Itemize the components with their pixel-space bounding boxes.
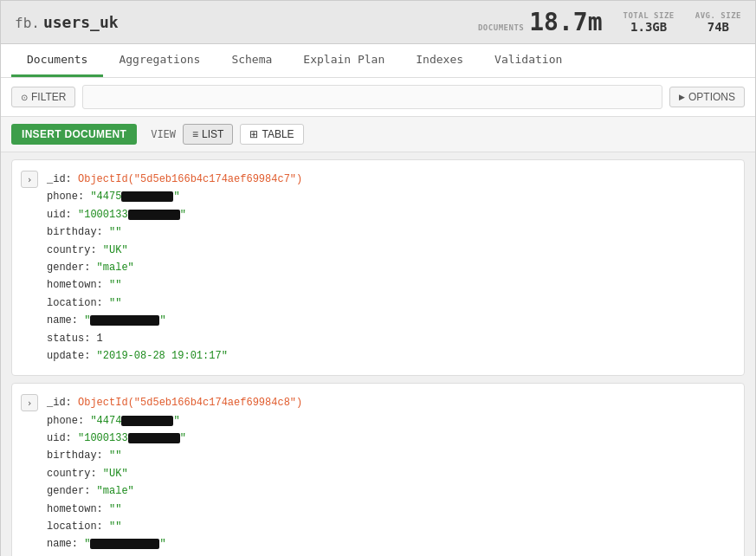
list-view-button[interactable]: ≡ LIST xyxy=(183,124,233,145)
insert-document-button[interactable]: INSERT DOCUMENT xyxy=(11,124,137,145)
tab-schema[interactable]: Schema xyxy=(216,44,288,77)
doc-field-hometown: hometown: "" xyxy=(47,501,733,518)
filter-label: FILTER xyxy=(31,91,66,103)
doc-field-gender: gender: "male" xyxy=(47,259,733,276)
doc-field-location: location: "" xyxy=(47,518,733,535)
expand-button[interactable]: › xyxy=(21,171,38,188)
field-oid-value: ObjectId("5d5eb166b4c174aef69984c7") xyxy=(78,173,302,185)
doc-field-name: name: "" xyxy=(47,312,733,329)
doc-field-gender: gender: "male" xyxy=(47,482,733,500)
avg-size-value: 74B xyxy=(708,20,729,34)
doc-field-id: _id: ObjectId("5d5eb166b4c174aef69984c8"… xyxy=(47,394,733,411)
doc-field-birthday: birthday: "" xyxy=(47,447,733,464)
field-oid-value: ObjectId("5d5eb166b4c174aef69984c8") xyxy=(78,397,302,409)
action-toolbar: INSERT DOCUMENT VIEW ≡ LIST ⊞ TABLE xyxy=(1,117,755,152)
expand-button[interactable]: › xyxy=(21,394,38,411)
doc-field-location: location: "" xyxy=(47,294,733,312)
tab-bar: Documents Aggregations Schema Explain Pl… xyxy=(1,44,755,78)
db-prefix: fb. xyxy=(15,15,40,31)
list-label: LIST xyxy=(202,128,223,140)
chevron-right-icon: ▶ xyxy=(679,93,685,101)
tab-aggregations[interactable]: Aggregations xyxy=(103,44,216,77)
table-view-button[interactable]: ⊞ TABLE xyxy=(240,124,303,145)
filter-button[interactable]: ⊙ FILTER xyxy=(11,87,75,107)
collection-name: users_uk xyxy=(43,13,119,31)
table-row: › _id: ObjectId("5d5eb166b4c174aef69984c… xyxy=(11,383,745,556)
tab-documents[interactable]: Documents xyxy=(11,44,103,77)
list-icon: ≡ xyxy=(192,128,198,140)
filter-toolbar: ⊙ FILTER ▶ OPTIONS xyxy=(1,78,755,117)
table-row: › _id: ObjectId("5d5eb166b4c174aef69984c… xyxy=(11,159,745,376)
doc-field-name: name: "" xyxy=(47,535,733,553)
doc-field-country: country: "UK" xyxy=(47,242,733,259)
app-window: fb. users_uk DOCUMENTS 18.7m TOTAL SIZE … xyxy=(0,0,756,556)
documents-list: › _id: ObjectId("5d5eb166b4c174aef69984c… xyxy=(1,152,755,556)
avg-size-stat: AVG. SIZE 74B xyxy=(695,11,741,34)
doc-field-update: update: "2019-08-28 19:01:17" xyxy=(47,347,733,365)
doc-field-uid: uid: "1000133" xyxy=(47,430,733,447)
total-size-stat: TOTAL SIZE 1.3GB xyxy=(624,11,675,34)
documents-value: 18.7m xyxy=(529,8,602,36)
stats-bar: DOCUMENTS 18.7m TOTAL SIZE 1.3GB AVG. SI… xyxy=(478,8,741,36)
doc-field-birthday: birthday: "" xyxy=(47,223,733,241)
table-label: TABLE xyxy=(262,128,294,140)
doc-field-hometown: hometown: "" xyxy=(47,276,733,294)
insert-document-label: INSERT DOCUMENT xyxy=(22,128,126,140)
total-size-label: TOTAL SIZE xyxy=(624,11,675,20)
documents-stat: DOCUMENTS 18.7m xyxy=(478,8,603,36)
doc-field-id: _id: ObjectId("5d5eb166b4c174aef69984c7"… xyxy=(47,171,733,188)
avg-size-label: AVG. SIZE xyxy=(695,11,741,20)
filter-input[interactable] xyxy=(82,85,662,109)
doc-field-country: country: "UK" xyxy=(47,465,733,482)
options-button[interactable]: ▶ OPTIONS xyxy=(669,87,745,107)
doc-field-uid: uid: "1000133" xyxy=(47,206,733,223)
total-size-value: 1.3GB xyxy=(630,20,667,34)
filter-icon: ⊙ xyxy=(21,93,28,102)
doc-field-status: status: 1 xyxy=(47,330,733,347)
title-bar: fb. users_uk DOCUMENTS 18.7m TOTAL SIZE … xyxy=(1,1,755,44)
table-icon: ⊞ xyxy=(249,128,258,140)
doc-field-phone: phone: "4474" xyxy=(47,412,733,430)
collection-title: fb. users_uk xyxy=(15,13,119,31)
tab-indexes[interactable]: Indexes xyxy=(400,44,479,77)
tab-validation[interactable]: Validation xyxy=(479,44,578,77)
options-label: OPTIONS xyxy=(688,91,735,103)
doc-field-phone: phone: "4475" xyxy=(47,188,733,205)
documents-label: DOCUMENTS xyxy=(478,23,524,32)
tab-explain-plan[interactable]: Explain Plan xyxy=(288,44,400,77)
view-label: VIEW xyxy=(151,128,176,140)
